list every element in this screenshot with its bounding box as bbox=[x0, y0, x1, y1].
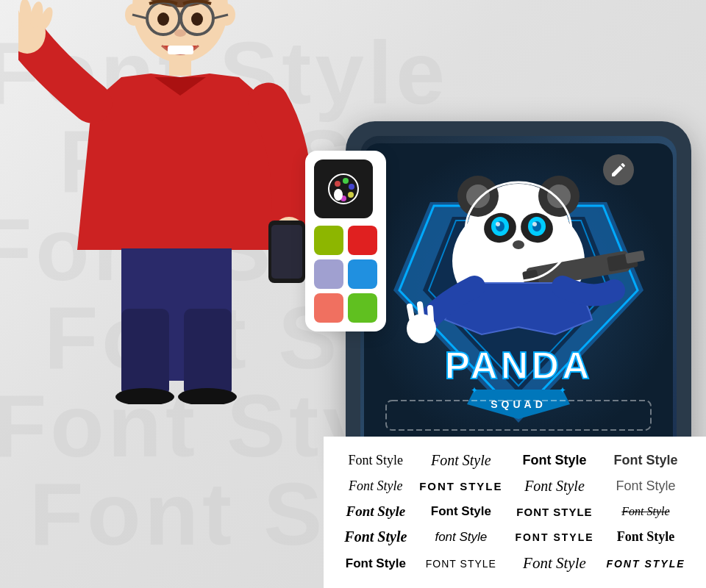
person-illustration bbox=[18, 0, 335, 404]
svg-point-49 bbox=[513, 240, 524, 249]
font-cell-4-3[interactable]: FONT STYLE bbox=[509, 524, 600, 550]
svg-point-29 bbox=[343, 178, 349, 184]
font-row-2: Font Style FONT STYLE Font Style Font St… bbox=[338, 473, 691, 499]
palette-icon[interactable] bbox=[314, 159, 373, 218]
edit-icon[interactable] bbox=[603, 154, 634, 185]
font-cell-5-3[interactable]: Font Style bbox=[509, 550, 600, 577]
panda-logo-svg: PANDA SQUAD ✦ ✦ bbox=[364, 143, 673, 452]
font-cell-3-1[interactable]: Font Style bbox=[338, 499, 413, 524]
svg-text:PANDA: PANDA bbox=[444, 344, 592, 387]
font-cell-1-1[interactable]: Font Style bbox=[338, 448, 413, 473]
font-cell-2-1[interactable]: Font Style bbox=[338, 473, 413, 499]
font-row-5: Font Style FONT STYLE Font Style FONT ST… bbox=[338, 550, 691, 577]
font-cell-5-4[interactable]: FONT STYLE bbox=[600, 550, 691, 577]
font-cell-5-2[interactable]: FONT STYLE bbox=[413, 550, 509, 577]
font-cell-5-1[interactable]: Font Style bbox=[338, 550, 413, 577]
font-cell-1-4[interactable]: Font Style bbox=[600, 448, 691, 473]
color-green[interactable] bbox=[348, 293, 377, 323]
font-row-3: Font Style Font Style FONT STYLE Font St… bbox=[338, 499, 691, 524]
font-cell-2-2[interactable]: FONT STYLE bbox=[413, 473, 509, 499]
svg-point-38 bbox=[466, 184, 490, 208]
palette-panel bbox=[305, 151, 386, 331]
edit-svg bbox=[610, 161, 627, 179]
font-grid: Font Style Font Style Font Style Font St… bbox=[324, 437, 706, 588]
phone-inner: PANDA SQUAD ✦ ✦ bbox=[360, 136, 677, 459]
svg-rect-21 bbox=[271, 225, 302, 279]
svg-text:✦: ✦ bbox=[559, 385, 566, 395]
font-cell-4-4[interactable]: Font Style bbox=[600, 524, 691, 550]
svg-point-40 bbox=[547, 184, 571, 208]
color-grid bbox=[314, 226, 377, 323]
font-cell-3-2[interactable]: Font Style bbox=[413, 499, 509, 524]
font-cell-2-3[interactable]: Font Style bbox=[509, 473, 600, 499]
color-salmon[interactable] bbox=[314, 293, 343, 323]
svg-point-11 bbox=[174, 29, 186, 37]
font-style-table: Font Style Font Style Font Style Font St… bbox=[338, 448, 691, 577]
svg-point-33 bbox=[334, 189, 343, 201]
font-cell-4-2[interactable]: font Style bbox=[413, 524, 509, 550]
font-row-1: Font Style Font Style Font Style Font St… bbox=[338, 448, 691, 473]
svg-rect-24 bbox=[184, 309, 232, 397]
color-lavender[interactable] bbox=[314, 259, 343, 289]
color-red[interactable] bbox=[348, 226, 377, 255]
svg-text:✦: ✦ bbox=[471, 385, 478, 395]
color-olive[interactable] bbox=[314, 226, 343, 255]
svg-point-30 bbox=[349, 184, 354, 190]
svg-point-31 bbox=[348, 192, 354, 198]
svg-rect-23 bbox=[121, 309, 169, 397]
svg-rect-13 bbox=[169, 57, 191, 76]
svg-point-28 bbox=[335, 181, 340, 187]
font-cell-3-3[interactable]: FONT STYLE bbox=[509, 499, 600, 524]
font-row-4: Font Style font Style FONT STYLE Font St… bbox=[338, 524, 691, 550]
font-cell-1-2[interactable]: Font Style bbox=[413, 448, 509, 473]
svg-point-48 bbox=[532, 222, 537, 226]
palette-svg bbox=[325, 171, 362, 207]
svg-point-10 bbox=[191, 12, 203, 26]
font-cell-4-1[interactable]: Font Style bbox=[338, 524, 413, 550]
svg-point-9 bbox=[157, 12, 169, 26]
color-blue[interactable] bbox=[348, 259, 377, 289]
person-area bbox=[0, 0, 353, 404]
svg-rect-12 bbox=[168, 46, 193, 54]
font-cell-1-3[interactable]: Font Style bbox=[509, 448, 600, 473]
phone-mockup: PANDA SQUAD ✦ ✦ bbox=[346, 121, 691, 474]
font-cell-3-4[interactable]: Font Style bbox=[600, 499, 691, 524]
font-cell-2-4[interactable]: Font Style bbox=[600, 473, 691, 499]
svg-point-47 bbox=[496, 222, 500, 226]
